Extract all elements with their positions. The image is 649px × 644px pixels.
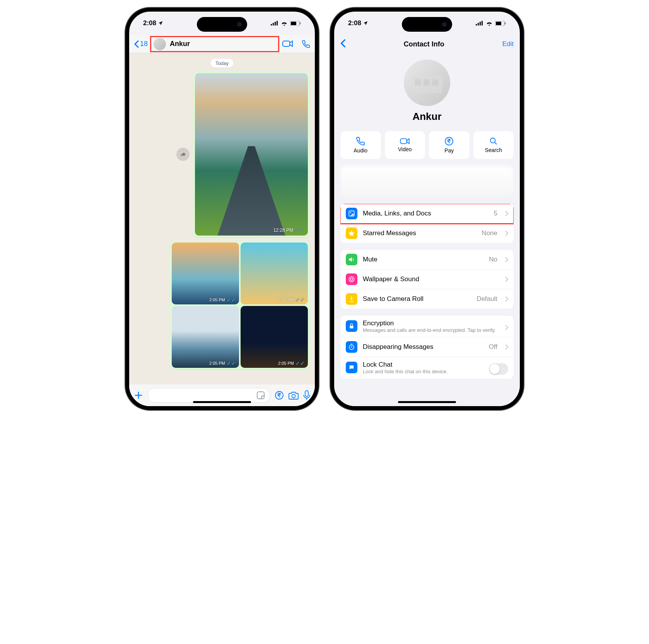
message-time: 12:28 PM — [273, 227, 293, 233]
back-button[interactable]: 18 — [134, 40, 148, 48]
row-mute[interactable]: Mute No — [340, 250, 514, 270]
wallpaper-icon — [346, 273, 357, 285]
image-attachment[interactable]: 2:05 PM✓✓ — [172, 243, 239, 304]
battery-icon — [495, 21, 506, 26]
phone-right: 2:08 Contact Info Edit Ankur Audio — [330, 8, 524, 410]
signal-icon — [476, 21, 483, 26]
row-label: Save to Camera Roll — [363, 295, 471, 303]
svg-rect-30 — [350, 326, 353, 328]
svg-rect-15 — [482, 21, 483, 26]
edit-button[interactable]: Edit — [502, 40, 514, 48]
lock-chat-toggle[interactable] — [489, 363, 508, 375]
row-label: Media, Links, and Docs — [363, 210, 488, 217]
svg-rect-0 — [271, 24, 272, 26]
row-label: Disappearing Messages — [363, 343, 483, 351]
row-value: 5 — [494, 210, 497, 217]
phone-left: 2:08 18 Ankur Today — [125, 8, 319, 410]
row-disappearing-messages[interactable]: Disappearing Messages Off — [340, 337, 514, 357]
home-indicator[interactable] — [193, 401, 251, 403]
svg-rect-23 — [400, 139, 406, 144]
profile-block: Ankur — [334, 53, 520, 128]
image-attachment[interactable]: 2:05 PM✓✓ — [241, 306, 308, 368]
svg-rect-11 — [305, 391, 308, 396]
chevron-right-icon — [505, 231, 508, 236]
back-button[interactable] — [340, 39, 346, 49]
chat-lock-icon — [346, 362, 357, 373]
row-wallpaper-sound[interactable]: Wallpaper & Sound — [340, 270, 514, 289]
svg-rect-22 — [432, 79, 439, 85]
info-header: Contact Info Edit — [334, 35, 520, 53]
profile-avatar[interactable] — [404, 60, 450, 106]
image-attachment[interactable]: 12:28 PM✓✓ — [195, 73, 308, 236]
svg-rect-12 — [476, 24, 477, 26]
action-pay[interactable]: Pay — [429, 131, 470, 159]
rupee-icon[interactable] — [275, 391, 284, 400]
star-icon — [346, 227, 357, 239]
row-media-links-docs[interactable]: Media, Links, and Docs 5 — [340, 204, 514, 224]
action-label: Pay — [444, 147, 454, 154]
svg-rect-20 — [415, 79, 421, 85]
action-search[interactable]: Search — [473, 131, 514, 159]
signal-icon — [271, 21, 278, 26]
row-label: Lock Chat — [363, 361, 393, 369]
dynamic-island — [402, 17, 452, 32]
dynamic-island — [197, 17, 247, 32]
row-subtitle: Messages and calls are end-to-end encryp… — [363, 327, 495, 333]
contact-header-tap-area[interactable]: Ankur — [150, 36, 279, 52]
profile-name: Ankur — [412, 111, 441, 123]
voice-call-icon[interactable] — [302, 40, 310, 48]
row-value: No — [489, 256, 497, 263]
chevron-right-icon — [505, 296, 508, 302]
message-image-grid[interactable]: 2:05 PM✓✓ 2:05 PM✓✓ 2:05 PM✓✓ 2:05 PM✓✓ — [170, 241, 309, 369]
svg-rect-18 — [505, 22, 506, 24]
svg-point-25 — [490, 138, 495, 143]
action-label: Search — [485, 147, 502, 153]
contact-name: Ankur — [170, 40, 190, 48]
svg-rect-13 — [478, 23, 479, 26]
message-input[interactable] — [148, 388, 270, 403]
speaker-icon — [346, 254, 357, 265]
page-title: Contact Info — [404, 40, 444, 48]
svg-rect-1 — [273, 23, 274, 26]
about-section-redacted — [340, 166, 514, 197]
svg-rect-3 — [277, 21, 278, 26]
plus-icon[interactable] — [134, 391, 143, 400]
row-starred-messages[interactable]: Starred Messages None — [340, 224, 514, 243]
media-section: Media, Links, and Docs 5 Starred Message… — [340, 204, 514, 243]
mic-icon[interactable] — [303, 390, 310, 400]
read-ticks-icon: ✓✓ — [295, 297, 305, 303]
timer-icon — [346, 341, 357, 353]
svg-rect-21 — [424, 79, 430, 85]
row-label: Mute — [363, 256, 483, 263]
svg-rect-6 — [300, 22, 301, 24]
chat-body[interactable]: Today 12:28 PM✓✓ 2:05 PM✓✓ 2:05 PM✓✓ 2:0… — [129, 53, 315, 384]
image-attachment[interactable]: 2:05 PM✓✓ — [172, 306, 239, 368]
action-label: Video — [398, 146, 412, 152]
camera-icon[interactable] — [289, 391, 299, 400]
row-save-camera-roll[interactable]: Save to Camera Roll Default — [340, 289, 514, 309]
row-lock-chat[interactable]: Lock Chat Lock and hide this chat on thi… — [340, 357, 514, 379]
row-label: Wallpaper & Sound — [363, 275, 500, 283]
read-ticks-icon: ✓✓ — [295, 360, 305, 366]
action-video[interactable]: Video — [385, 131, 425, 159]
sticker-icon[interactable] — [256, 391, 265, 400]
battery-icon — [290, 21, 301, 26]
chevron-right-icon — [505, 257, 508, 262]
message-image-single[interactable]: 12:28 PM✓✓ — [193, 72, 309, 237]
location-icon — [158, 20, 163, 26]
action-row: Audio Video Pay Search — [334, 131, 520, 159]
row-encryption[interactable]: Encryption Messages and calls are end-to… — [340, 316, 514, 337]
image-attachment[interactable]: 2:05 PM✓✓ — [241, 243, 308, 304]
wifi-icon — [281, 21, 288, 26]
chevron-right-icon — [505, 325, 508, 330]
video-call-icon[interactable] — [282, 40, 293, 48]
home-indicator[interactable] — [398, 401, 456, 403]
read-ticks-icon: ✓✓ — [227, 360, 236, 366]
svg-rect-17 — [496, 22, 501, 25]
read-ticks-icon: ✓✓ — [227, 297, 236, 303]
action-audio[interactable]: Audio — [340, 131, 381, 159]
forward-badge-icon[interactable] — [176, 148, 190, 161]
row-value: Default — [477, 295, 497, 303]
svg-point-10 — [292, 395, 295, 398]
contact-avatar — [154, 38, 166, 50]
